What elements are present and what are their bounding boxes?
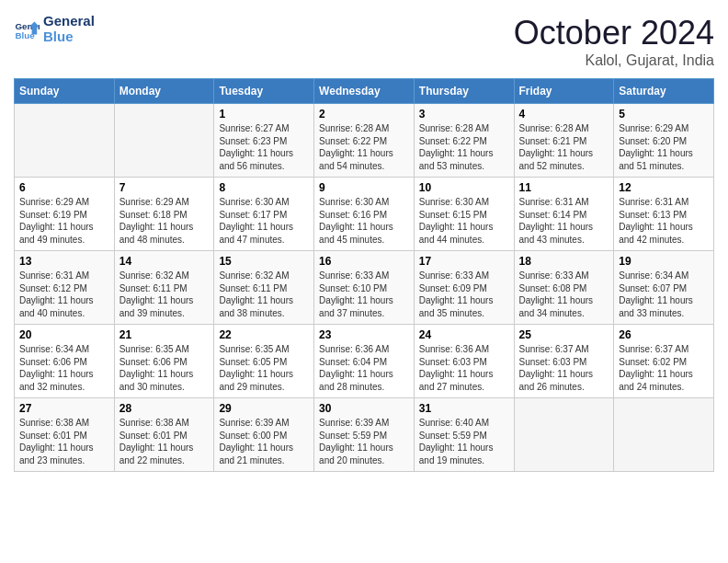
calendar-cell: 6Sunrise: 6:29 AM Sunset: 6:19 PM Daylig… <box>15 178 115 251</box>
day-number: 3 <box>419 108 509 121</box>
day-info: Sunrise: 6:37 AM Sunset: 6:03 PM Dayligh… <box>519 343 609 393</box>
location: Kalol, Gujarat, India <box>514 52 714 69</box>
weekday-header-friday: Friday <box>514 79 614 104</box>
calendar-cell: 8Sunrise: 6:30 AM Sunset: 6:17 PM Daylig… <box>214 178 314 251</box>
calendar-cell: 30Sunrise: 6:39 AM Sunset: 5:59 PM Dayli… <box>314 398 415 472</box>
weekday-header-sunday: Sunday <box>15 79 115 104</box>
day-number: 21 <box>119 328 210 341</box>
page-header: General Blue General Blue October 2024 K… <box>14 14 714 69</box>
calendar-week-2: 6Sunrise: 6:29 AM Sunset: 6:19 PM Daylig… <box>15 178 714 251</box>
day-number: 13 <box>19 255 109 268</box>
day-number: 19 <box>619 255 709 268</box>
day-number: 7 <box>119 181 210 194</box>
calendar-cell: 13Sunrise: 6:31 AM Sunset: 6:12 PM Dayli… <box>15 251 115 325</box>
calendar-cell: 23Sunrise: 6:36 AM Sunset: 6:04 PM Dayli… <box>314 325 415 398</box>
day-number: 31 <box>419 402 509 415</box>
calendar-cell: 15Sunrise: 6:32 AM Sunset: 6:11 PM Dayli… <box>214 251 314 325</box>
day-number: 9 <box>319 181 409 194</box>
day-number: 5 <box>619 108 709 121</box>
day-number: 29 <box>219 402 309 415</box>
day-info: Sunrise: 6:34 AM Sunset: 6:06 PM Dayligh… <box>19 343 109 393</box>
day-info: Sunrise: 6:35 AM Sunset: 6:06 PM Dayligh… <box>119 343 210 393</box>
day-info: Sunrise: 6:29 AM Sunset: 6:18 PM Dayligh… <box>119 196 210 246</box>
day-info: Sunrise: 6:27 AM Sunset: 6:23 PM Dayligh… <box>219 122 309 172</box>
day-number: 4 <box>519 108 609 121</box>
day-number: 15 <box>219 255 309 268</box>
calendar-cell <box>15 104 115 178</box>
title-area: October 2024 Kalol, Gujarat, India <box>514 14 714 69</box>
calendar-cell: 24Sunrise: 6:36 AM Sunset: 6:03 PM Dayli… <box>414 325 514 398</box>
day-info: Sunrise: 6:30 AM Sunset: 6:15 PM Dayligh… <box>419 196 509 246</box>
day-info: Sunrise: 6:28 AM Sunset: 6:22 PM Dayligh… <box>319 122 409 172</box>
day-number: 28 <box>119 402 210 415</box>
day-info: Sunrise: 6:34 AM Sunset: 6:07 PM Dayligh… <box>619 270 709 319</box>
day-info: Sunrise: 6:36 AM Sunset: 6:04 PM Dayligh… <box>319 343 409 393</box>
calendar-cell: 4Sunrise: 6:28 AM Sunset: 6:21 PM Daylig… <box>514 104 614 178</box>
calendar-week-3: 13Sunrise: 6:31 AM Sunset: 6:12 PM Dayli… <box>15 251 714 325</box>
day-info: Sunrise: 6:33 AM Sunset: 6:10 PM Dayligh… <box>319 270 409 319</box>
day-number: 23 <box>319 328 409 341</box>
calendar-cell: 26Sunrise: 6:37 AM Sunset: 6:02 PM Dayli… <box>614 325 714 398</box>
day-info: Sunrise: 6:33 AM Sunset: 6:08 PM Dayligh… <box>519 270 609 319</box>
logo: General Blue General Blue <box>14 14 95 44</box>
calendar-cell: 18Sunrise: 6:33 AM Sunset: 6:08 PM Dayli… <box>514 251 614 325</box>
day-info: Sunrise: 6:32 AM Sunset: 6:11 PM Dayligh… <box>119 270 210 319</box>
day-info: Sunrise: 6:31 AM Sunset: 6:12 PM Dayligh… <box>19 270 109 319</box>
day-info: Sunrise: 6:31 AM Sunset: 6:14 PM Dayligh… <box>519 196 609 246</box>
day-number: 8 <box>219 181 309 194</box>
day-number: 22 <box>219 328 309 341</box>
calendar-cell: 31Sunrise: 6:40 AM Sunset: 5:59 PM Dayli… <box>414 398 514 472</box>
calendar-cell: 7Sunrise: 6:29 AM Sunset: 6:18 PM Daylig… <box>114 178 214 251</box>
day-number: 17 <box>419 255 509 268</box>
calendar-cell: 3Sunrise: 6:28 AM Sunset: 6:22 PM Daylig… <box>414 104 514 178</box>
calendar-week-1: 1Sunrise: 6:27 AM Sunset: 6:23 PM Daylig… <box>15 104 714 178</box>
day-number: 24 <box>419 328 509 341</box>
day-info: Sunrise: 6:31 AM Sunset: 6:13 PM Dayligh… <box>619 196 709 246</box>
day-info: Sunrise: 6:40 AM Sunset: 5:59 PM Dayligh… <box>419 417 509 466</box>
day-info: Sunrise: 6:30 AM Sunset: 6:17 PM Dayligh… <box>219 196 309 246</box>
logo-icon: General Blue <box>14 17 40 42</box>
day-number: 2 <box>319 108 409 121</box>
calendar-cell: 29Sunrise: 6:39 AM Sunset: 6:00 PM Dayli… <box>214 398 314 472</box>
day-number: 16 <box>319 255 409 268</box>
calendar-cell: 5Sunrise: 6:29 AM Sunset: 6:20 PM Daylig… <box>614 104 714 178</box>
calendar-week-4: 20Sunrise: 6:34 AM Sunset: 6:06 PM Dayli… <box>15 325 714 398</box>
day-number: 6 <box>19 181 109 194</box>
calendar-cell: 21Sunrise: 6:35 AM Sunset: 6:06 PM Dayli… <box>114 325 214 398</box>
calendar-cell: 2Sunrise: 6:28 AM Sunset: 6:22 PM Daylig… <box>314 104 415 178</box>
day-number: 20 <box>19 328 109 341</box>
weekday-header-tuesday: Tuesday <box>214 79 314 104</box>
day-number: 26 <box>619 328 709 341</box>
logo-text-general: General <box>43 14 95 29</box>
day-info: Sunrise: 6:29 AM Sunset: 6:20 PM Dayligh… <box>619 122 709 172</box>
day-info: Sunrise: 6:28 AM Sunset: 6:22 PM Dayligh… <box>419 122 509 172</box>
day-info: Sunrise: 6:32 AM Sunset: 6:11 PM Dayligh… <box>219 270 309 319</box>
month-title: October 2024 <box>514 14 714 52</box>
day-number: 30 <box>319 402 409 415</box>
calendar-cell: 10Sunrise: 6:30 AM Sunset: 6:15 PM Dayli… <box>414 178 514 251</box>
day-info: Sunrise: 6:37 AM Sunset: 6:02 PM Dayligh… <box>619 343 709 393</box>
calendar-cell: 12Sunrise: 6:31 AM Sunset: 6:13 PM Dayli… <box>614 178 714 251</box>
weekday-header-wednesday: Wednesday <box>314 79 415 104</box>
day-number: 11 <box>519 181 609 194</box>
calendar-cell: 28Sunrise: 6:38 AM Sunset: 6:01 PM Dayli… <box>114 398 214 472</box>
calendar-cell: 11Sunrise: 6:31 AM Sunset: 6:14 PM Dayli… <box>514 178 614 251</box>
calendar-cell: 14Sunrise: 6:32 AM Sunset: 6:11 PM Dayli… <box>114 251 214 325</box>
weekday-header-saturday: Saturday <box>614 79 714 104</box>
day-info: Sunrise: 6:39 AM Sunset: 6:00 PM Dayligh… <box>219 417 309 466</box>
day-info: Sunrise: 6:35 AM Sunset: 6:05 PM Dayligh… <box>219 343 309 393</box>
weekday-header-thursday: Thursday <box>414 79 514 104</box>
calendar-week-5: 27Sunrise: 6:38 AM Sunset: 6:01 PM Dayli… <box>15 398 714 472</box>
calendar-table: SundayMondayTuesdayWednesdayThursdayFrid… <box>14 78 714 472</box>
day-info: Sunrise: 6:30 AM Sunset: 6:16 PM Dayligh… <box>319 196 409 246</box>
day-info: Sunrise: 6:29 AM Sunset: 6:19 PM Dayligh… <box>19 196 109 246</box>
day-number: 27 <box>19 402 109 415</box>
calendar-cell: 1Sunrise: 6:27 AM Sunset: 6:23 PM Daylig… <box>214 104 314 178</box>
day-info: Sunrise: 6:28 AM Sunset: 6:21 PM Dayligh… <box>519 122 609 172</box>
day-number: 1 <box>219 108 309 121</box>
day-info: Sunrise: 6:33 AM Sunset: 6:09 PM Dayligh… <box>419 270 509 319</box>
calendar-cell <box>514 398 614 472</box>
calendar-cell: 9Sunrise: 6:30 AM Sunset: 6:16 PM Daylig… <box>314 178 415 251</box>
day-info: Sunrise: 6:38 AM Sunset: 6:01 PM Dayligh… <box>119 417 210 466</box>
weekday-header-row: SundayMondayTuesdayWednesdayThursdayFrid… <box>15 79 714 104</box>
